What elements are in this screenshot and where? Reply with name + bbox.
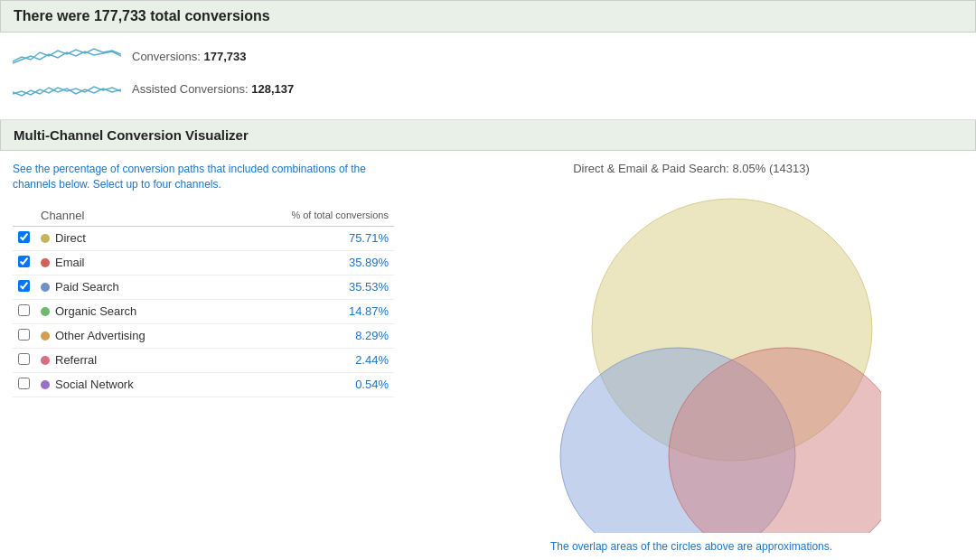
- assisted-row: Assisted Conversions: 128,137: [13, 76, 963, 101]
- channel-percent: 35.53%: [221, 275, 394, 299]
- main-content: See the percentage of conversion paths t…: [0, 151, 976, 560]
- col-percent: % of total conversions: [221, 205, 394, 227]
- checkbox-cell: [13, 372, 35, 397]
- checkbox-cell: [13, 226, 35, 250]
- channel-name: Direct: [55, 231, 86, 245]
- assisted-sparkline: [13, 76, 121, 101]
- table-row: Email35.89%: [13, 250, 394, 275]
- conversions-row: Conversions: 177,733: [13, 43, 963, 69]
- channel-name-cell: Paid Search: [35, 275, 221, 299]
- channel-percent: 35.89%: [221, 250, 394, 275]
- stats-section: Conversions: 177,733 Assisted Conversion…: [0, 33, 976, 120]
- checkbox-cell: [13, 323, 35, 348]
- channel-checkbox-5[interactable]: [18, 353, 30, 365]
- table-row: Organic Search14.87%: [13, 299, 394, 323]
- channel-name: Organic Search: [55, 304, 136, 318]
- left-panel: See the percentage of conversion paths t…: [0, 151, 407, 560]
- channel-dot: [41, 283, 50, 292]
- channel-name: Email: [55, 256, 85, 269]
- channel-percent: 2.44%: [221, 348, 394, 372]
- channel-checkbox-3[interactable]: [18, 304, 30, 316]
- right-panel: Direct & Email & Paid Search: 8.05% (143…: [407, 151, 976, 560]
- channel-checkbox-1[interactable]: [18, 256, 30, 267]
- channel-percent: 0.54%: [221, 372, 394, 397]
- conversions-label: Conversions:: [132, 50, 201, 63]
- col-channel: Channel: [35, 205, 221, 227]
- venn-diagram: [502, 190, 881, 533]
- assisted-label: Assisted Conversions:: [132, 82, 249, 96]
- checkbox-cell: [13, 275, 35, 299]
- channel-name-cell: Email: [35, 250, 221, 275]
- channel-percent: 14.87%: [221, 299, 394, 323]
- header-title: There were 177,733 total conversions: [14, 8, 270, 23]
- channel-dot: [41, 331, 50, 341]
- channel-name-cell: Referral: [35, 348, 221, 372]
- col-checkbox: [13, 205, 35, 227]
- channel-checkbox-2[interactable]: [18, 280, 30, 292]
- channel-dot: [41, 234, 50, 243]
- channel-dot: [41, 356, 50, 365]
- channel-dot: [41, 258, 50, 267]
- venn-note: The overlap areas of the circles above a…: [550, 540, 832, 553]
- channel-name-cell: Other Advertising: [35, 323, 221, 348]
- channel-checkbox-4[interactable]: [18, 329, 30, 341]
- table-row: Paid Search35.53%: [13, 275, 394, 299]
- channel-name: Social Network: [55, 378, 134, 391]
- checkbox-cell: [13, 299, 35, 323]
- channel-dot: [41, 380, 50, 389]
- section-header: Multi-Channel Conversion Visualizer: [0, 120, 976, 151]
- conversions-sparkline: [13, 43, 121, 69]
- table-row: Social Network0.54%: [13, 372, 394, 397]
- channel-name-cell: Social Network: [35, 372, 221, 397]
- venn-container: [502, 190, 881, 533]
- description-text: See the percentage of conversion paths t…: [13, 162, 394, 192]
- channel-percent: 75.71%: [221, 226, 394, 250]
- channel-name: Referral: [55, 353, 97, 367]
- channel-name-cell: Organic Search: [35, 299, 221, 323]
- channel-table: Channel % of total conversions Direct75.…: [13, 205, 394, 397]
- assisted-value: 128,137: [251, 82, 294, 96]
- channel-percent: 8.29%: [221, 323, 394, 348]
- channel-name: Paid Search: [55, 280, 119, 294]
- channel-dot: [41, 307, 50, 316]
- channel-checkbox-0[interactable]: [18, 231, 30, 243]
- venn-title: Direct & Email & Paid Search: 8.05% (143…: [573, 162, 810, 175]
- header-bar: There were 177,733 total conversions: [0, 0, 976, 33]
- table-row: Direct75.71%: [13, 226, 394, 250]
- channel-name: Other Advertising: [55, 329, 145, 342]
- checkbox-cell: [13, 348, 35, 372]
- section-title: Multi-Channel Conversion Visualizer: [14, 127, 249, 143]
- conversions-value: 177,733: [204, 50, 247, 63]
- checkbox-cell: [13, 250, 35, 275]
- channel-checkbox-6[interactable]: [18, 378, 30, 389]
- table-row: Other Advertising8.29%: [13, 323, 394, 348]
- table-row: Referral2.44%: [13, 348, 394, 372]
- channel-name-cell: Direct: [35, 226, 221, 250]
